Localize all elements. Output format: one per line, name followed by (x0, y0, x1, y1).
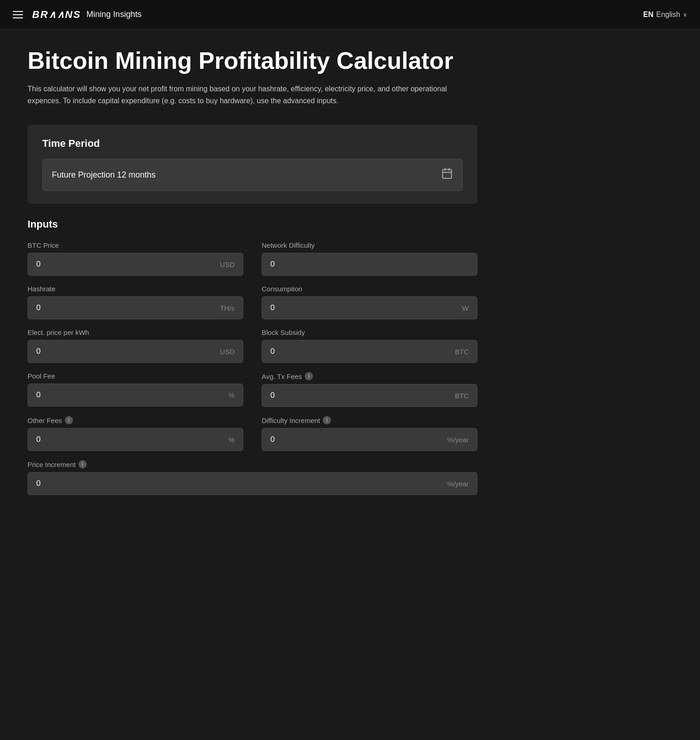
unit-pool-fee: % (229, 391, 235, 399)
navbar-left: BR∧∧NS Mining Insights (13, 9, 141, 21)
input-wrapper-difficulty-increment: %/year (262, 428, 477, 451)
unit-consumption: W (462, 304, 469, 312)
lang-name: English (656, 11, 680, 19)
language-selector[interactable]: EN English ∨ (643, 11, 687, 19)
time-period-value: Future Projection 12 months (52, 170, 156, 180)
input-group-pool-fee: Pool Fee% (28, 372, 243, 407)
inputs-grid: BTC PriceUSDNetwork DifficultyHashrateTH… (28, 241, 477, 495)
page-title: Bitcoin Mining Profitability Calculator (28, 48, 477, 74)
label-block-subsidy: Block Subsidy (262, 328, 477, 336)
input-btc-price[interactable] (36, 260, 215, 269)
label-elec-price: Elect. price per kWh (28, 328, 243, 336)
input-network-difficulty[interactable] (270, 260, 469, 269)
input-wrapper-consumption: W (262, 296, 477, 319)
input-group-other-fees: Other Feesi% (28, 416, 243, 451)
input-wrapper-avg-tx-fees: BTC (262, 384, 477, 407)
label-price-increment: Price Incrementi (28, 460, 477, 468)
unit-hashrate: TH/s (220, 304, 235, 312)
unit-avg-tx-fees: BTC (455, 392, 469, 400)
input-group-network-difficulty: Network Difficulty (262, 241, 477, 276)
input-wrapper-network-difficulty (262, 253, 477, 276)
input-wrapper-elec-price: USD (28, 340, 243, 363)
info-icon-difficulty-increment[interactable]: i (323, 416, 331, 424)
input-wrapper-block-subsidy: BTC (262, 340, 477, 363)
input-group-difficulty-increment: Difficulty Incrementi%/year (262, 416, 477, 451)
info-icon-price-increment[interactable]: i (78, 460, 87, 468)
label-hashrate: Hashrate (28, 285, 243, 293)
label-network-difficulty: Network Difficulty (262, 241, 477, 249)
unit-elec-price: USD (220, 348, 235, 356)
input-group-btc-price: BTC PriceUSD (28, 241, 243, 276)
brand: BR∧∧NS Mining Insights (32, 9, 141, 21)
label-btc-price: BTC Price (28, 241, 243, 249)
info-icon-avg-tx-fees[interactable]: i (305, 372, 313, 380)
input-wrapper-hashrate: TH/s (28, 296, 243, 319)
unit-difficulty-increment: %/year (447, 436, 469, 444)
label-difficulty-increment: Difficulty Incrementi (262, 416, 477, 424)
page-description: This calculator will show you your net p… (28, 83, 468, 106)
brand-subtitle: Mining Insights (86, 10, 141, 19)
input-price-increment[interactable] (36, 479, 442, 488)
unit-block-subsidy: BTC (455, 348, 469, 356)
input-wrapper-other-fees: % (28, 428, 243, 451)
input-elec-price[interactable] (36, 347, 215, 356)
input-block-subsidy[interactable] (270, 347, 450, 356)
info-icon-other-fees[interactable]: i (65, 416, 73, 424)
input-wrapper-btc-price: USD (28, 253, 243, 276)
input-other-fees[interactable] (36, 435, 224, 444)
svg-rect-0 (442, 170, 452, 179)
unit-other-fees: % (229, 436, 235, 444)
time-period-card: Time Period Future Projection 12 months (28, 125, 477, 204)
label-consumption: Consumption (262, 285, 477, 293)
label-pool-fee: Pool Fee (28, 372, 243, 380)
input-hashrate[interactable] (36, 303, 215, 312)
input-group-price-increment: Price Incrementi%/year (28, 460, 477, 495)
input-group-hashrate: HashrateTH/s (28, 285, 243, 319)
unit-btc-price: USD (220, 261, 235, 268)
calendar-icon (441, 167, 453, 182)
input-group-avg-tx-fees: Avg. Tx FeesiBTC (262, 372, 477, 407)
input-group-elec-price: Elect. price per kWhUSD (28, 328, 243, 363)
input-group-consumption: ConsumptionW (262, 285, 477, 319)
input-wrapper-pool-fee: % (28, 384, 243, 406)
label-avg-tx-fees: Avg. Tx Feesi (262, 372, 477, 380)
brand-logo: BR∧∧NS (32, 9, 81, 21)
chevron-down-icon: ∨ (683, 11, 687, 18)
input-difficulty-increment[interactable] (270, 435, 442, 444)
inputs-section: Inputs BTC PriceUSDNetwork DifficultyHas… (28, 218, 477, 495)
unit-price-increment: %/year (447, 480, 469, 488)
input-wrapper-price-increment: %/year (28, 472, 477, 495)
time-period-section-title: Time Period (42, 138, 463, 150)
navbar: BR∧∧NS Mining Insights EN English ∨ (0, 0, 700, 29)
lang-code: EN (643, 11, 653, 19)
input-group-block-subsidy: Block SubsidyBTC (262, 328, 477, 363)
input-avg-tx-fees[interactable] (270, 391, 450, 400)
input-pool-fee[interactable] (36, 390, 224, 400)
time-period-selector[interactable]: Future Projection 12 months (42, 159, 463, 191)
menu-button[interactable] (13, 11, 23, 18)
inputs-section-title: Inputs (28, 218, 477, 230)
input-consumption[interactable] (270, 303, 458, 312)
main-content: Bitcoin Mining Profitability Calculator … (0, 29, 505, 513)
label-other-fees: Other Feesi (28, 416, 243, 424)
